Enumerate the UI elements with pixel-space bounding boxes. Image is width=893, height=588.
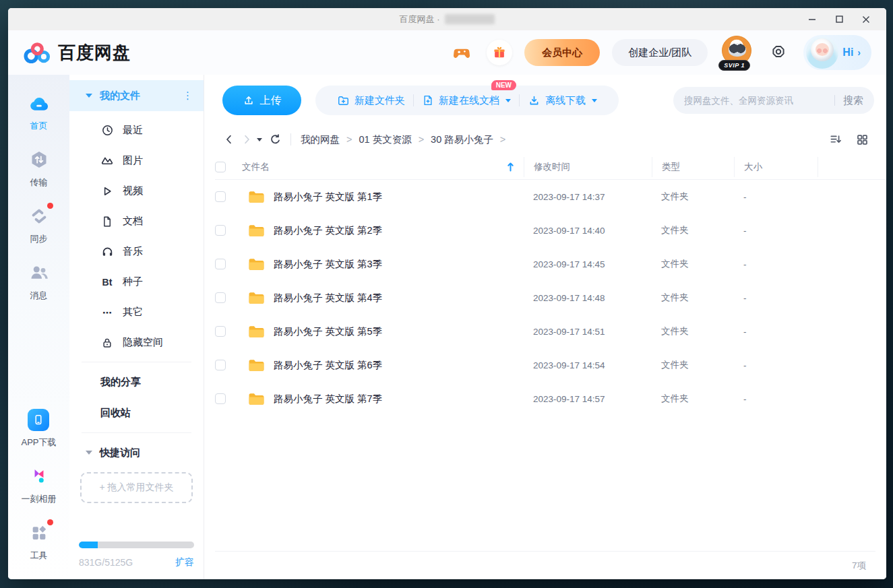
maximize-button[interactable] bbox=[826, 8, 853, 30]
file-name[interactable]: 路易小兔子 英文版 第5季 bbox=[274, 325, 382, 338]
sidebar-item-my-files[interactable]: 我的文件 ⋮ bbox=[69, 80, 204, 111]
file-type: 文件夹 bbox=[652, 224, 734, 236]
file-name[interactable]: 路易小兔子 英文版 第1季 bbox=[274, 191, 382, 203]
sidebar-item-others[interactable]: ⋯ 其它 bbox=[69, 297, 204, 327]
new-badge: NEW bbox=[491, 80, 516, 90]
bt-icon: Bt bbox=[100, 275, 114, 289]
row-checkbox[interactable] bbox=[215, 259, 226, 269]
search-button[interactable]: 搜索 bbox=[843, 94, 863, 107]
item-count: 7项 bbox=[852, 560, 875, 572]
dropdown-caret-icon bbox=[505, 99, 511, 102]
app-window: 百度网盘 · 百度网盘 bbox=[8, 8, 886, 579]
app-header: 百度网盘 会员中心 创建企业/团队 SVIP 1 bbox=[8, 30, 886, 75]
sidebar-item-pictures[interactable]: 图片 bbox=[69, 145, 204, 176]
nav-item-home[interactable]: 首页 bbox=[28, 92, 50, 132]
quick-access-caret-icon[interactable] bbox=[86, 451, 92, 455]
row-checkbox[interactable] bbox=[215, 326, 226, 337]
expand-storage-link[interactable]: 扩容 bbox=[175, 556, 194, 568]
transfer-icon bbox=[28, 149, 50, 170]
row-checkbox[interactable] bbox=[215, 292, 226, 303]
column-header-type[interactable]: 类型 bbox=[652, 157, 734, 177]
nav-item-transfer[interactable]: 传输 bbox=[28, 149, 50, 189]
picture-icon bbox=[100, 154, 114, 168]
grid-view-button[interactable] bbox=[856, 133, 869, 146]
new-folder-button[interactable]: 新建文件夹 bbox=[329, 86, 413, 115]
search-input[interactable] bbox=[684, 96, 826, 106]
nav-item-tools[interactable]: 工具 bbox=[28, 522, 50, 562]
table-row[interactable]: 路易小兔子 英文版 第6季 2023-09-17 14:54 文件夹 - bbox=[215, 348, 875, 382]
sidebar-item-recycle-bin[interactable]: 回收站 bbox=[69, 397, 204, 428]
row-checkbox-cell bbox=[215, 292, 242, 303]
table-row[interactable]: 路易小兔子 英文版 第5季 2023-09-17 14:51 文件夹 - bbox=[215, 315, 875, 348]
window-title: 百度网盘 · bbox=[400, 13, 495, 26]
file-name[interactable]: 路易小兔子 英文版 第3季 bbox=[274, 258, 382, 271]
close-button[interactable] bbox=[853, 8, 880, 30]
sidebar-item-quick-access[interactable]: 快捷访问 bbox=[69, 437, 204, 468]
breadcrumb-level2[interactable]: 30 路易小兔子 bbox=[431, 133, 493, 146]
history-dropdown-caret[interactable] bbox=[257, 138, 262, 141]
nav-item-messages[interactable]: 消息 bbox=[28, 262, 50, 302]
gift-button[interactable] bbox=[487, 40, 512, 65]
games-button[interactable] bbox=[449, 40, 474, 65]
quick-access-label: 快捷访问 bbox=[100, 447, 140, 459]
folder-icon bbox=[248, 257, 265, 271]
collapse-caret-icon[interactable] bbox=[86, 94, 92, 98]
minimize-button[interactable] bbox=[799, 8, 826, 30]
upload-button[interactable]: 上传 bbox=[222, 86, 301, 115]
drop-folder-zone[interactable]: + 拖入常用文件夹 bbox=[80, 472, 193, 503]
row-checkbox[interactable] bbox=[215, 191, 226, 202]
sidebar-item-my-shares[interactable]: 我的分享 bbox=[69, 366, 204, 397]
refresh-button[interactable] bbox=[266, 131, 284, 148]
table-row[interactable]: 路易小兔子 英文版 第3季 2023-09-17 14:45 文件夹 - bbox=[215, 247, 875, 281]
more-options-icon[interactable]: ⋮ bbox=[183, 92, 193, 99]
column-header-modified[interactable]: 修改时间 bbox=[524, 157, 652, 177]
sidebar-item-videos[interactable]: 视频 bbox=[69, 176, 204, 206]
vip-center-button[interactable]: 会员中心 bbox=[524, 39, 600, 66]
row-checkbox-cell bbox=[215, 360, 242, 370]
nav-label-sync: 同步 bbox=[30, 233, 48, 245]
sidebar-item-torrents[interactable]: Bt 种子 bbox=[69, 267, 204, 297]
file-modified: 2023-09-17 14:48 bbox=[524, 293, 652, 303]
forward-button[interactable] bbox=[238, 131, 255, 148]
nav-item-app-download[interactable]: APP下载 bbox=[21, 409, 56, 449]
file-name[interactable]: 路易小兔子 英文版 第6季 bbox=[274, 359, 382, 372]
breadcrumb-level1[interactable]: 01 英文资源 bbox=[359, 133, 411, 146]
title-bar: 百度网盘 · bbox=[8, 8, 886, 30]
file-name[interactable]: 路易小兔子 英文版 第7季 bbox=[274, 393, 382, 405]
nav-rail: 首页 传输 同步 bbox=[8, 75, 69, 579]
table-row[interactable]: 路易小兔子 英文版 第1季 2023-09-17 14:37 文件夹 - bbox=[215, 180, 875, 214]
table-row[interactable]: 路易小兔子 英文版 第2季 2023-09-17 14:40 文件夹 - bbox=[215, 214, 875, 247]
back-button[interactable] bbox=[220, 131, 238, 148]
file-name[interactable]: 路易小兔子 英文版 第2季 bbox=[274, 224, 382, 237]
row-checkbox[interactable] bbox=[215, 225, 226, 236]
select-all-checkbox[interactable] bbox=[215, 162, 226, 172]
row-checkbox[interactable] bbox=[215, 360, 226, 370]
folder-icon bbox=[248, 190, 265, 204]
file-size: - bbox=[734, 226, 818, 236]
file-name[interactable]: 路易小兔子 英文版 第4季 bbox=[274, 292, 382, 304]
column-header-name[interactable]: 文件名 bbox=[242, 161, 524, 173]
sidebar-item-hidden-space[interactable]: 隐藏空间 bbox=[69, 327, 204, 358]
folder-icon bbox=[248, 224, 265, 238]
column-header-size[interactable]: 大小 bbox=[734, 157, 818, 177]
breadcrumb-root[interactable]: 我的网盘 bbox=[301, 133, 340, 146]
sidebar-item-recent[interactable]: 最近 bbox=[69, 115, 204, 145]
folder-icon bbox=[248, 291, 265, 305]
profile-button[interactable]: Hi › bbox=[803, 35, 871, 70]
new-online-doc-button[interactable]: NEW 新建在线文档 bbox=[414, 86, 519, 115]
table-row[interactable]: 路易小兔子 英文版 第4季 2023-09-17 14:48 文件夹 - bbox=[215, 281, 875, 315]
table-row[interactable]: 路易小兔子 英文版 第7季 2023-09-17 14:57 文件夹 - bbox=[215, 382, 875, 416]
sidebar-item-documents[interactable]: 文档 bbox=[69, 206, 204, 236]
nav-item-yike-album[interactable]: 一刻相册 bbox=[22, 465, 57, 505]
create-team-button[interactable]: 创建企业/团队 bbox=[612, 39, 708, 66]
sidebar-item-music[interactable]: 音乐 bbox=[69, 236, 204, 267]
row-checkbox[interactable] bbox=[215, 393, 226, 404]
settings-button[interactable] bbox=[766, 40, 791, 65]
offline-download-button[interactable]: 离线下载 bbox=[520, 86, 605, 115]
nav-item-sync[interactable]: 同步 bbox=[28, 205, 50, 245]
svip-avatar[interactable]: SVIP 1 bbox=[720, 36, 753, 69]
upload-label: 上传 bbox=[260, 94, 282, 108]
sort-button[interactable] bbox=[829, 133, 842, 146]
window-controls bbox=[799, 8, 880, 30]
sort-ascending-icon[interactable] bbox=[507, 162, 514, 172]
